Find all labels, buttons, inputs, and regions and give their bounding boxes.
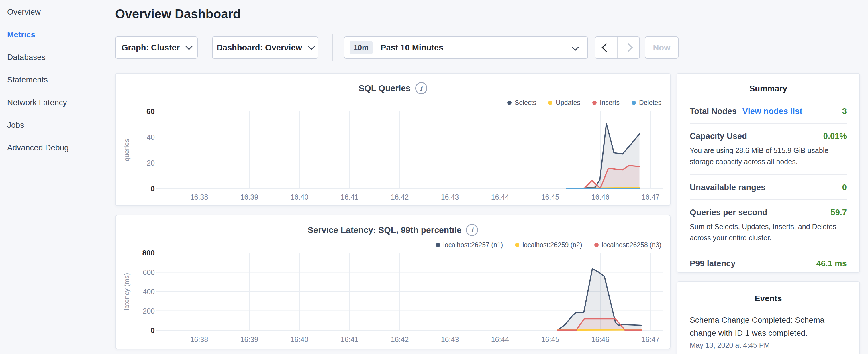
chevron-right-icon — [624, 43, 633, 52]
svg-text:16:47: 16:47 — [642, 335, 660, 344]
time-range-label: Past 10 Minutes — [380, 43, 443, 53]
svg-text:400: 400 — [143, 288, 155, 296]
sidebar-item-jobs[interactable]: Jobs — [7, 120, 110, 131]
summary-description: Sum of Selects, Updates, Inserts, and De… — [690, 221, 847, 244]
time-next-button[interactable] — [617, 37, 639, 58]
svg-text:16:39: 16:39 — [241, 335, 258, 344]
svg-text:16:47: 16:47 — [642, 193, 660, 201]
service-latency-chart[interactable]: 16:3816:3916:4016:4116:4216:4316:4416:45… — [116, 215, 671, 351]
svg-text:16:40: 16:40 — [290, 335, 309, 344]
dashboard-label: Dashboard: Overview — [217, 43, 302, 53]
service-latency-chart-panel: Service Latency: SQL, 99th percentile i … — [115, 215, 671, 349]
summary-value: 0.01% — [823, 131, 847, 141]
summary-row-unavailable-ranges: Unavailable ranges 0 — [690, 174, 847, 199]
summary-value: 0 — [842, 183, 847, 192]
db-console-metrics-page: Overview Metrics Databases Statements Ne… — [0, 0, 868, 354]
summary-label: P99 latency — [690, 259, 736, 268]
svg-text:40: 40 — [147, 133, 155, 141]
sql-queries-chart-panel: SQL Queries i SelectsUpdatesInsertsDelet… — [115, 73, 671, 206]
chevron-down-icon — [572, 44, 579, 51]
svg-text:16:40: 16:40 — [290, 193, 309, 201]
events-panel: Events Schema Change Completed: Schema c… — [677, 281, 860, 354]
svg-text:16:45: 16:45 — [541, 335, 559, 344]
events-body: Schema Change Completed: Schema change w… — [677, 314, 859, 349]
time-step-buttons — [595, 36, 640, 59]
svg-text:16:44: 16:44 — [491, 335, 509, 344]
svg-text:20: 20 — [147, 159, 155, 167]
toolbar-divider — [333, 34, 333, 61]
summary-panel: Summary Total Nodes View nodes list 3 Ca… — [677, 73, 860, 273]
svg-text:16:38: 16:38 — [190, 193, 208, 201]
summary-label: Capacity Used — [690, 131, 747, 141]
svg-text:16:46: 16:46 — [591, 193, 610, 201]
svg-text:16:43: 16:43 — [441, 335, 459, 344]
summary-title: Summary — [677, 84, 859, 93]
summary-row-total-nodes: Total Nodes View nodes list 3 — [690, 106, 847, 123]
svg-text:200: 200 — [143, 307, 155, 315]
summary-value: 3 — [842, 106, 847, 116]
summary-description: You are using 28.6 MiB of 515.9 GiB usab… — [690, 145, 847, 167]
sidebar-item-statements[interactable]: Statements — [7, 74, 110, 86]
now-button-label: Now — [653, 43, 670, 53]
svg-text:0: 0 — [151, 185, 155, 193]
svg-text:latency (ms): latency (ms) — [123, 273, 130, 311]
chevron-left-icon — [601, 43, 610, 52]
time-prev-button[interactable] — [595, 37, 617, 58]
dashboard-dropdown[interactable]: Dashboard: Overview — [212, 36, 318, 59]
sql-queries-chart[interactable]: 16:3816:3916:4016:4116:4216:4316:4416:45… — [116, 74, 671, 207]
svg-text:16:42: 16:42 — [391, 193, 409, 201]
svg-text:16:38: 16:38 — [190, 335, 208, 344]
sidebar-item-overview[interactable]: Overview — [7, 6, 110, 18]
event-item-timestamp: May 13, 2020 at 4:45 PM — [690, 341, 847, 349]
svg-text:16:43: 16:43 — [441, 193, 459, 201]
sidebar-nav: Overview Metrics Databases Statements Ne… — [7, 6, 110, 165]
summary-label: Queries per second — [690, 207, 767, 217]
view-nodes-list-link[interactable]: View nodes list — [743, 106, 802, 116]
svg-text:16:42: 16:42 — [391, 335, 409, 344]
svg-text:16:41: 16:41 — [341, 335, 359, 344]
chevron-down-icon — [185, 43, 192, 50]
summary-label: Unavailable ranges — [690, 183, 766, 192]
summary-body: Total Nodes View nodes list 3 Capacity U… — [677, 106, 859, 276]
event-item-text[interactable]: Schema Change Completed: Schema change w… — [690, 314, 847, 340]
sidebar-item-network-latency[interactable]: Network Latency — [7, 97, 110, 108]
svg-text:16:39: 16:39 — [241, 193, 258, 201]
time-range-badge: 10m — [350, 41, 373, 55]
now-button[interactable]: Now — [645, 36, 679, 59]
summary-value: 59.7 — [831, 207, 847, 217]
chevron-down-icon — [308, 43, 315, 50]
svg-text:800: 800 — [143, 249, 155, 257]
summary-value: 46.1 ms — [816, 259, 847, 268]
page-title: Overview Dashboard — [115, 7, 241, 21]
sidebar-item-databases[interactable]: Databases — [7, 52, 110, 63]
time-range-dropdown[interactable]: 10m Past 10 Minutes — [344, 36, 588, 59]
svg-text:16:41: 16:41 — [341, 193, 359, 201]
summary-row-capacity-used: Capacity Used 0.01% You are using 28.6 M… — [690, 123, 847, 174]
graph-scope-dropdown[interactable]: Graph: Cluster — [115, 36, 198, 59]
summary-row-queries-per-second: Queries per second 59.7 Sum of Selects, … — [690, 199, 847, 251]
sidebar-item-metrics[interactable]: Metrics — [7, 29, 110, 40]
summary-row-p99-latency: P99 latency 46.1 ms — [690, 251, 847, 276]
svg-text:0: 0 — [151, 326, 155, 334]
svg-text:60: 60 — [147, 107, 155, 116]
sidebar-item-advanced-debug[interactable]: Advanced Debug — [7, 142, 110, 154]
svg-text:600: 600 — [143, 268, 155, 277]
svg-text:16:46: 16:46 — [591, 335, 610, 344]
events-title: Events — [677, 294, 859, 303]
svg-text:16:45: 16:45 — [541, 193, 559, 201]
svg-text:16:44: 16:44 — [491, 193, 509, 201]
summary-label: Total Nodes — [690, 106, 737, 116]
svg-text:queries: queries — [123, 139, 130, 162]
graph-scope-label: Graph: Cluster — [122, 43, 180, 53]
